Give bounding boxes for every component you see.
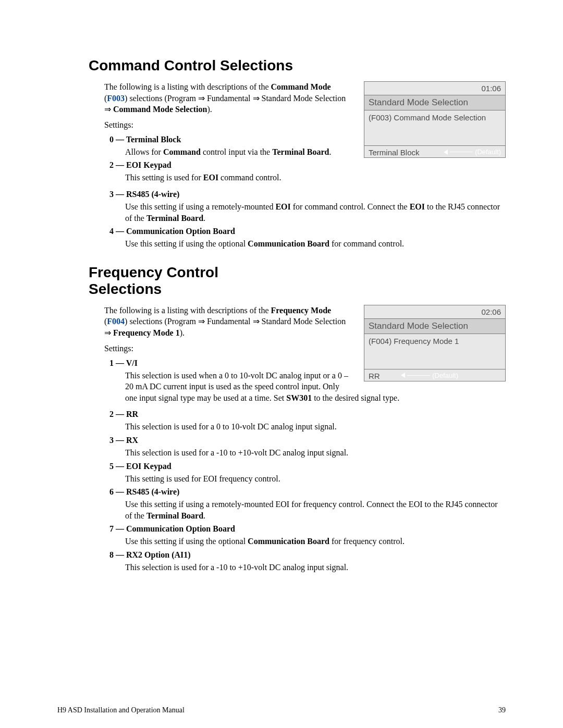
display-panel-f003: 01:06 Standard Mode Selection (F003) Com… xyxy=(364,81,506,158)
panel-time: 01:06 xyxy=(364,82,505,95)
link-f004[interactable]: F004 xyxy=(107,317,125,326)
heading-frequency-control: Frequency Control Selections xyxy=(89,264,266,298)
setting-2-rr: 2 — RR This selection is used for a 0 to… xyxy=(109,410,506,433)
setting-title: 5 — EOI Keypad xyxy=(109,462,506,471)
panel-body: (F004) Frequency Mode 1 xyxy=(364,334,505,369)
setting-3-rs485: 3 — RS485 (4-wire) Use this setting if u… xyxy=(109,190,506,224)
panel-value-row: RR (Default) xyxy=(364,369,505,381)
setting-title: 2 — EOI Keypad xyxy=(109,161,506,170)
link-f003[interactable]: F003 xyxy=(107,94,125,103)
setting-desc: Use this setting if using a remotely-mou… xyxy=(125,499,506,521)
setting-desc: This selection is used for a 0 to 10-vol… xyxy=(125,421,506,433)
setting-title: 2 — RR xyxy=(109,410,506,419)
arrow-left-icon xyxy=(401,373,405,378)
panel-default-label: (Default) xyxy=(432,372,458,379)
setting-desc: Use this setting if using a remotely-mou… xyxy=(125,201,506,224)
panel-default-indicator: (Default) xyxy=(444,148,501,156)
arrow-left-icon xyxy=(444,150,448,155)
panel-header: Standard Mode Selection xyxy=(364,95,505,110)
setting-3-rx: 3 — RX This selection is used for a -10 … xyxy=(109,436,506,459)
panel-current-value: RR xyxy=(369,372,380,380)
arrow-line xyxy=(407,375,430,376)
setting-desc: This setting is used for EOI frequency c… xyxy=(125,473,506,485)
panel-default-label: (Default) xyxy=(475,148,501,156)
display-panel-f004: 02:06 Standard Mode Selection (F004) Fre… xyxy=(364,305,506,381)
setting-7-comm-board: 7 — Communication Option Board Use this … xyxy=(109,524,506,547)
setting-title: 7 — Communication Option Board xyxy=(109,524,506,534)
setting-2-eoi-keypad: 2 — EOI Keypad This setting is used for … xyxy=(109,161,506,183)
panel-default-indicator: (Default) xyxy=(401,372,458,379)
setting-desc: Use this setting if using the optional C… xyxy=(125,536,506,547)
setting-title: 8 — RX2 Option (AI1) xyxy=(109,550,506,560)
setting-title: 3 — RS485 (4-wire) xyxy=(109,190,506,199)
panel-time: 02:06 xyxy=(364,305,505,319)
setting-4-comm-board: 4 — Communication Option Board Use this … xyxy=(109,227,506,250)
heading-command-control: Command Control Selections xyxy=(89,57,506,74)
panel-header: Standard Mode Selection xyxy=(364,319,505,334)
setting-5-eoi-keypad: 5 — EOI Keypad This setting is used for … xyxy=(109,462,506,485)
arrow-line xyxy=(450,152,473,152)
panel-current-value: Terminal Block xyxy=(369,148,420,157)
footer-page-number: 39 xyxy=(498,706,506,714)
panel-value-row: Terminal Block (Default) xyxy=(364,146,505,157)
setting-desc: This setting is used for EOI command con… xyxy=(125,172,506,183)
setting-title: 4 — Communication Option Board xyxy=(109,227,506,236)
setting-desc: Use this setting if using the optional C… xyxy=(125,238,506,250)
footer-manual-title: H9 ASD Installation and Operation Manual xyxy=(57,706,185,714)
setting-8-rx2: 8 — RX2 Option (AI1) This selection is u… xyxy=(109,550,506,573)
setting-title: 6 — RS485 (4-wire) xyxy=(109,487,506,497)
setting-title: 3 — RX xyxy=(109,436,506,445)
setting-desc: This selection is used for a -10 to +10-… xyxy=(125,447,506,459)
setting-desc: This selection is used for a -10 to +10-… xyxy=(125,562,506,573)
panel-body: (F003) Command Mode Selection xyxy=(364,110,505,146)
setting-6-rs485: 6 — RS485 (4-wire) Use this setting if u… xyxy=(109,487,506,521)
